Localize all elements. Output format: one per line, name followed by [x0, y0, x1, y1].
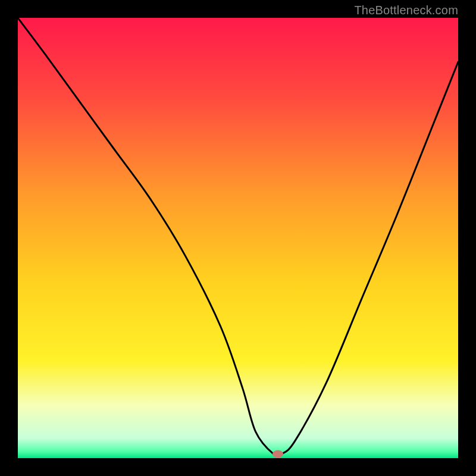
optimal-point-marker — [273, 450, 283, 458]
plot-area — [18, 18, 458, 458]
watermark-text: TheBottleneck.com — [354, 4, 458, 17]
bottleneck-curve — [18, 18, 458, 458]
chart-frame: TheBottleneck.com — [0, 0, 476, 476]
